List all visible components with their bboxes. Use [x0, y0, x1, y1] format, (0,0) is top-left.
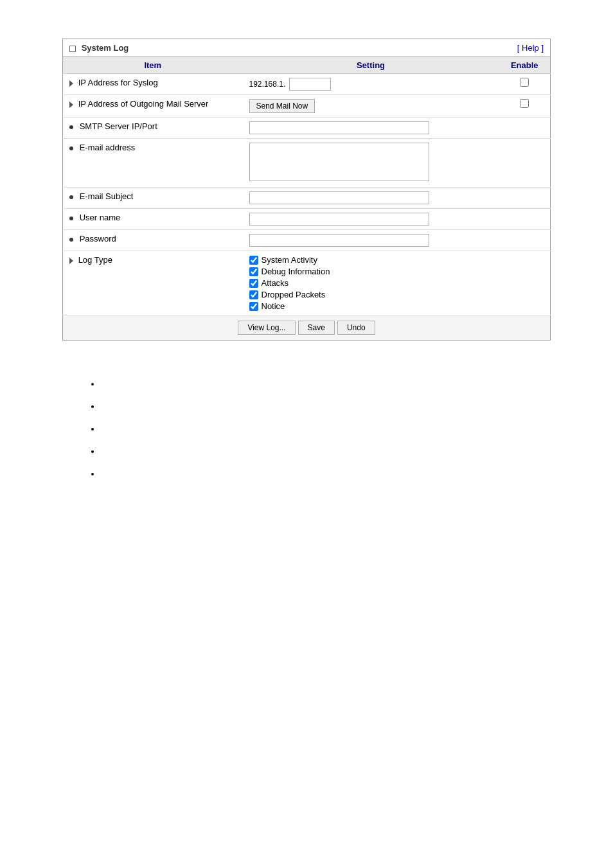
- label-ip-syslog: IP Address for Syslog: [63, 74, 243, 95]
- log-type-debug-info[interactable]: Debug Information: [249, 267, 493, 276]
- enable-log-type-empty: [499, 251, 551, 315]
- row-log-type: Log Type System Activity Debug Informati…: [63, 251, 551, 315]
- save-button[interactable]: Save: [298, 321, 335, 335]
- email-address-textarea[interactable]: [249, 143, 429, 181]
- footer-row: View Log... Save Undo: [63, 315, 551, 341]
- enable-username-empty: [499, 209, 551, 230]
- row-ip-syslog: IP Address for Syslog 192.168.1.: [63, 74, 551, 95]
- label-password: Password: [63, 230, 243, 251]
- setting-email-address: [243, 139, 499, 188]
- label-mail-server: IP Address of Outgoing Mail Server: [63, 95, 243, 118]
- bullet-smtp: [69, 125, 73, 129]
- log-type-dropped-packets[interactable]: Dropped Packets: [249, 290, 493, 299]
- bullet-list-items: [88, 379, 551, 479]
- system-log-table: System Log [ Help ] Item Setting Enable …: [62, 39, 551, 341]
- enable-mail-server: [499, 95, 551, 118]
- password-input[interactable]: [249, 234, 429, 247]
- arrow-icon-mail: [69, 102, 73, 108]
- bullet-subject: [69, 195, 73, 199]
- checkbox-debug-info[interactable]: [249, 267, 258, 276]
- setting-email-subject: [243, 188, 499, 209]
- table-title-row: System Log [ Help ]: [63, 39, 551, 57]
- arrow-icon-syslog: [69, 80, 73, 87]
- log-type-attacks[interactable]: Attacks: [249, 278, 493, 288]
- label-email-subject: E-mail Subject: [63, 188, 243, 209]
- col-setting-header: Setting: [243, 57, 499, 74]
- setting-username: [243, 209, 499, 230]
- row-username: User name: [63, 209, 551, 230]
- log-type-options: System Activity Debug Information Attack…: [249, 255, 493, 311]
- list-item: [101, 447, 551, 456]
- bullet-list: [88, 379, 551, 479]
- email-subject-input[interactable]: [249, 191, 429, 204]
- bullet-username: [69, 217, 73, 220]
- arrow-icon-log-type: [69, 258, 73, 264]
- checkbox-system-activity[interactable]: [249, 256, 258, 265]
- table-title-cell: System Log [ Help ]: [63, 39, 551, 57]
- col-item-header: Item: [63, 57, 243, 74]
- title-icon: [69, 46, 76, 52]
- ip-syslog-input[interactable]: [289, 78, 331, 91]
- ip-prefix: 192.168.1.: [249, 80, 286, 89]
- row-password: Password: [63, 230, 551, 251]
- header-row: Item Setting Enable: [63, 57, 551, 74]
- checkbox-notice[interactable]: [249, 302, 258, 311]
- setting-smtp-server: [243, 118, 499, 139]
- row-email-address: E-mail address: [63, 139, 551, 188]
- help-link[interactable]: [ Help ]: [517, 43, 544, 53]
- label-email-address: E-mail address: [63, 139, 243, 188]
- row-email-subject: E-mail Subject: [63, 188, 551, 209]
- undo-button[interactable]: Undo: [337, 321, 375, 335]
- list-item: [101, 402, 551, 411]
- footer-buttons: View Log... Save Undo: [69, 321, 544, 335]
- checkbox-attacks[interactable]: [249, 279, 258, 288]
- footer-cell: View Log... Save Undo: [63, 315, 551, 341]
- enable-ip-syslog-checkbox[interactable]: [520, 78, 529, 87]
- label-log-type: Log Type: [63, 251, 243, 315]
- col-enable-header: Enable: [499, 57, 551, 74]
- send-mail-button[interactable]: Send Mail Now: [249, 99, 315, 113]
- setting-password: [243, 230, 499, 251]
- log-type-system-activity[interactable]: System Activity: [249, 255, 493, 265]
- username-input[interactable]: [249, 213, 429, 226]
- row-smtp-server: SMTP Server IP/Port: [63, 118, 551, 139]
- page-wrapper: System Log [ Help ] Item Setting Enable …: [62, 39, 551, 479]
- enable-mail-server-checkbox[interactable]: [520, 99, 529, 108]
- setting-mail-server: Send Mail Now: [243, 95, 499, 118]
- smtp-server-input[interactable]: [249, 121, 429, 134]
- list-item: [101, 424, 551, 434]
- setting-log-type: System Activity Debug Information Attack…: [243, 251, 499, 315]
- enable-smtp-empty: [499, 118, 551, 139]
- row-mail-server: IP Address of Outgoing Mail Server Send …: [63, 95, 551, 118]
- setting-ip-syslog: 192.168.1.: [243, 74, 499, 95]
- list-item: [101, 379, 551, 389]
- enable-password-empty: [499, 230, 551, 251]
- enable-email-empty: [499, 139, 551, 188]
- bullet-password: [69, 238, 73, 242]
- enable-subject-empty: [499, 188, 551, 209]
- checkbox-dropped-packets[interactable]: [249, 290, 258, 299]
- enable-ip-syslog: [499, 74, 551, 95]
- label-username: User name: [63, 209, 243, 230]
- view-log-button[interactable]: View Log...: [238, 321, 295, 335]
- label-smtp-server: SMTP Server IP/Port: [63, 118, 243, 139]
- list-item: [101, 469, 551, 479]
- bullet-email: [69, 146, 73, 150]
- log-type-notice[interactable]: Notice: [249, 301, 493, 311]
- table-title: System Log: [82, 43, 129, 53]
